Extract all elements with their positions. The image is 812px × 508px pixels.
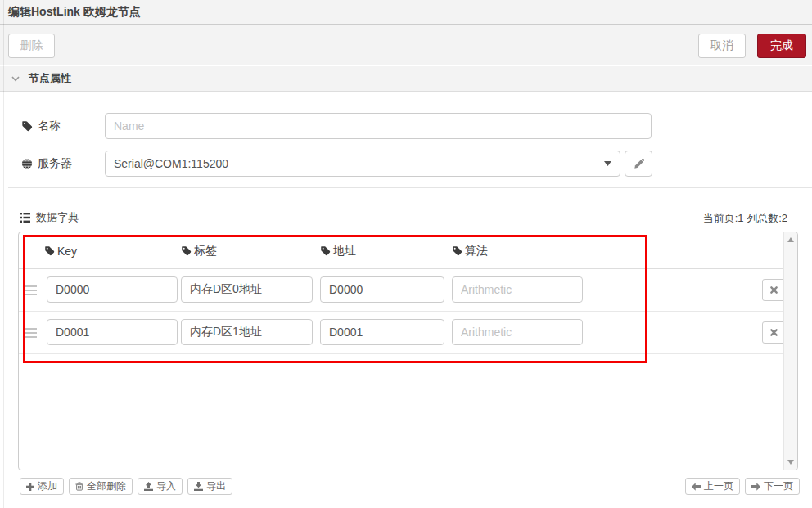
- column-header-key-text: Key: [57, 245, 77, 258]
- import-button[interactable]: 导入: [138, 478, 183, 495]
- export-button[interactable]: 导出: [187, 478, 232, 495]
- dictionary-header-row: Key 标签 地址 算法: [19, 232, 783, 269]
- row-algorithm-input[interactable]: [452, 319, 583, 345]
- row-algorithm-input[interactable]: [452, 276, 583, 303]
- column-header-address-text: 地址: [333, 244, 356, 258]
- name-field-label: 名称: [21, 113, 61, 139]
- tag-icon: [44, 245, 55, 256]
- column-header-algorithm: 算法: [452, 232, 488, 269]
- server-label-text: 服务器: [38, 156, 72, 171]
- scroll-down-icon[interactable]: [787, 460, 794, 465]
- close-icon: [770, 329, 778, 336]
- column-header-label-text: 标签: [194, 244, 217, 258]
- form-separator: [8, 187, 812, 188]
- dictionary-actions: 添加 全部删除 导入 导出: [20, 478, 232, 495]
- row-key-input[interactable]: [47, 319, 178, 345]
- trash-icon: [75, 482, 83, 491]
- pencil-icon: [634, 159, 644, 169]
- drag-handle-icon[interactable]: [25, 326, 38, 339]
- prev-page-label: 上一页: [704, 479, 733, 493]
- add-row-label: 添加: [38, 479, 57, 493]
- delete-button[interactable]: 删除: [8, 34, 55, 58]
- column-header-key: Key: [44, 232, 77, 269]
- tag-icon: [21, 120, 33, 132]
- scroll-up-icon[interactable]: [787, 237, 794, 242]
- close-icon: [770, 286, 778, 294]
- globe-icon: [21, 158, 33, 169]
- tray-left-edge: [3, 0, 4, 508]
- tag-icon: [181, 245, 192, 256]
- next-page-button[interactable]: 下一页: [745, 478, 800, 495]
- caret-down-icon: [604, 161, 611, 166]
- column-header-address: 地址: [320, 232, 356, 269]
- cancel-button-label: 取消: [710, 38, 733, 53]
- column-header-label: 标签: [181, 232, 217, 269]
- remove-row-button[interactable]: [762, 279, 785, 301]
- arrow-left-icon: [692, 483, 701, 491]
- dictionary-row: [19, 312, 783, 354]
- add-row-button[interactable]: 添加: [20, 478, 64, 495]
- dictionary-title-text: 数据字典: [36, 210, 79, 225]
- delete-button-label: 删除: [20, 38, 43, 53]
- server-select-value: Serial@COM1:115200: [114, 157, 604, 170]
- row-label-input[interactable]: [181, 276, 313, 303]
- column-header-algorithm-text: 算法: [465, 244, 488, 258]
- done-button[interactable]: 完成: [757, 34, 806, 58]
- list-scrollbar[interactable]: [783, 232, 797, 470]
- node-properties-section-header[interactable]: 节点属性: [0, 66, 812, 92]
- upload-icon: [144, 482, 153, 491]
- delete-all-button[interactable]: 全部删除: [69, 478, 133, 495]
- arrow-right-icon: [751, 483, 760, 491]
- edit-server-button[interactable]: [625, 151, 652, 177]
- edit-node-dialog: 编辑HostLink 欧姆龙节点 删除 取消 完成 节点属性 名称 服务器: [0, 0, 812, 508]
- export-label: 导出: [206, 479, 226, 493]
- tag-icon: [320, 245, 331, 256]
- tag-icon: [452, 245, 462, 256]
- download-icon: [194, 482, 203, 491]
- cancel-button[interactable]: 取消: [698, 34, 746, 58]
- plus-icon: [26, 483, 34, 491]
- dictionary-title: 数据字典: [20, 209, 79, 226]
- dialog-toolbar: 删除 取消 完成: [0, 25, 812, 65]
- prev-page-button[interactable]: 上一页: [685, 478, 740, 495]
- list-icon: [20, 213, 30, 223]
- row-address-input[interactable]: [320, 319, 444, 345]
- dictionary-pagination: 上一页 下一页: [685, 478, 800, 495]
- dictionary-list: Key 标签 地址 算法: [18, 232, 798, 470]
- name-input[interactable]: [105, 113, 652, 139]
- remove-row-button[interactable]: [762, 321, 785, 344]
- name-label-text: 名称: [38, 119, 61, 133]
- dialog-title: 编辑HostLink 欧姆龙节点: [8, 5, 141, 20]
- section-title: 节点属性: [29, 71, 71, 86]
- chevron-down-icon: [11, 76, 20, 82]
- import-label: 导入: [156, 479, 176, 493]
- delete-all-label: 全部删除: [87, 479, 126, 493]
- row-label-input[interactable]: [181, 319, 313, 345]
- page-info: 当前页:1 列总数:2: [703, 211, 787, 226]
- dialog-titlebar: 编辑HostLink 欧姆龙节点: [0, 0, 812, 25]
- server-select[interactable]: Serial@COM1:115200: [105, 151, 620, 177]
- done-button-label: 完成: [770, 38, 793, 53]
- server-field-label: 服务器: [21, 151, 72, 177]
- row-address-input[interactable]: [320, 276, 444, 303]
- drag-handle-icon[interactable]: [25, 284, 38, 297]
- dictionary-row: [19, 269, 783, 312]
- row-key-input[interactable]: [47, 276, 178, 303]
- next-page-label: 下一页: [764, 479, 793, 493]
